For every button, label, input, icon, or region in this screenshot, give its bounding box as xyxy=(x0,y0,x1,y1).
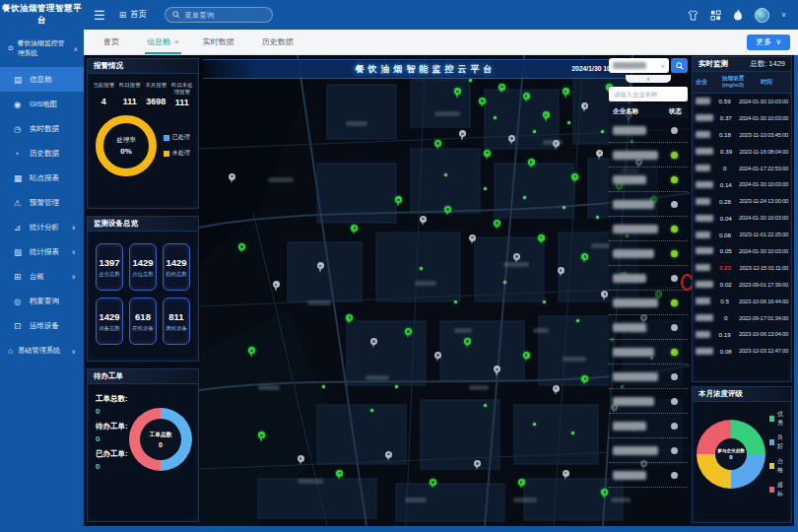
tab[interactable]: 信息舱 × xyxy=(135,30,191,54)
company-row[interactable] xyxy=(609,414,688,438)
map-pin-green[interactable] xyxy=(523,352,531,363)
map-pin-green[interactable] xyxy=(444,206,452,217)
map-pin-gray[interactable] xyxy=(469,234,477,245)
map-pin-green[interactable] xyxy=(258,432,266,442)
map-pin-gray[interactable] xyxy=(553,385,561,396)
company-row[interactable] xyxy=(609,340,688,365)
sidebar-item[interactable]: ⚠ 预警管理 xyxy=(0,190,84,215)
device-card[interactable]: 618 在线设备 xyxy=(129,298,157,345)
map-pin-gray[interactable] xyxy=(273,281,281,292)
realtime-row[interactable]: 0.02 2023-09-01 17:39:00 xyxy=(693,276,791,293)
company-row[interactable] xyxy=(609,389,688,414)
sidebar-item[interactable]: ▦ 站点报表 xyxy=(0,166,84,190)
company-row[interactable] xyxy=(609,118,688,143)
company-row[interactable] xyxy=(609,192,688,217)
map-pin-green[interactable] xyxy=(484,150,492,161)
company-row[interactable] xyxy=(609,365,688,389)
map-pin-gray[interactable] xyxy=(581,102,589,113)
map-pin-gray[interactable] xyxy=(459,130,467,141)
company-row[interactable] xyxy=(609,438,688,463)
company-row[interactable] xyxy=(609,217,688,241)
more-button[interactable]: 更多 ∨ xyxy=(747,34,790,50)
realtime-row[interactable]: 0.08 2023-12-03 12:47:00 xyxy=(693,343,791,360)
map-pin-green[interactable] xyxy=(581,253,589,264)
tab[interactable]: 实时数据 xyxy=(191,30,250,54)
collapse-handle[interactable]: ∧ xyxy=(626,75,671,83)
realtime-row[interactable]: 0.04 2024-01-30 10:03:00 xyxy=(693,210,791,227)
company-row[interactable] xyxy=(609,463,688,488)
map-pin-green[interactable] xyxy=(434,140,442,151)
realtime-row[interactable]: 0.08 2023-11-01 22:25:00 xyxy=(693,227,791,243)
map-pin-gray[interactable] xyxy=(494,366,501,376)
map-pin-green[interactable] xyxy=(543,111,551,122)
realtime-row[interactable]: 0.05 2024-01-30 10:03:00 xyxy=(693,243,791,260)
map-pin-gray[interactable] xyxy=(229,173,236,184)
device-card[interactable]: 1429 点位总数 xyxy=(129,243,157,291)
user-chevron-down-icon[interactable]: ∨ xyxy=(781,11,786,19)
company-search-button[interactable] xyxy=(671,58,688,73)
map-pin-gray[interactable] xyxy=(558,267,565,278)
map-pin-green[interactable] xyxy=(494,220,501,231)
breadcrumb[interactable]: ⊞ 首页 xyxy=(119,9,148,21)
map-pin-green[interactable] xyxy=(538,234,546,245)
tab[interactable]: 历史数据 xyxy=(250,30,309,54)
map-pin-green[interactable] xyxy=(395,196,403,207)
sidebar-item[interactable]: ⊞ 台账 ∨ xyxy=(0,264,84,289)
realtime-row[interactable]: 0.19 2023-10-06 13:04:00 xyxy=(693,326,791,343)
realtime-row[interactable]: 0.5 2023-10-06 16:44:00 xyxy=(693,293,791,309)
device-card[interactable]: 811 离线设备 xyxy=(163,298,190,345)
map-pin-gray[interactable] xyxy=(508,135,516,146)
map-pin-gray[interactable] xyxy=(434,352,442,363)
company-row[interactable] xyxy=(609,315,688,340)
hamburger-icon[interactable]: ☰ xyxy=(94,8,105,23)
sidebar-item[interactable]: ◷ 实时数据 xyxy=(0,116,84,141)
avatar[interactable] xyxy=(755,8,769,23)
map-pin-gray[interactable] xyxy=(317,262,325,273)
realtime-row[interactable]: 0 2024-01-17 22:53:00 xyxy=(693,160,791,176)
area-select[interactable]: ∨ xyxy=(609,58,669,73)
realtime-row[interactable]: 0.18 2023-11-10 03:45:00 xyxy=(693,126,791,143)
realtime-row[interactable]: 0.28 2023-11-24 13:00:00 xyxy=(693,193,791,210)
map-pin-gray[interactable] xyxy=(298,455,305,466)
sidebar-item[interactable]: ⊿ 统计分析 ∨ xyxy=(0,215,84,239)
map-pin-green[interactable] xyxy=(528,159,536,169)
theme-shirt-icon[interactable] xyxy=(688,10,698,21)
map-pin-gray[interactable] xyxy=(370,338,378,349)
flame-icon[interactable] xyxy=(733,9,743,21)
map-pin-gray[interactable] xyxy=(474,460,482,471)
tab[interactable]: 首页 xyxy=(92,30,135,54)
company-name-input[interactable] xyxy=(609,87,688,101)
map-pin-gray[interactable] xyxy=(596,150,604,161)
company-row[interactable] xyxy=(609,266,688,291)
company-row[interactable] xyxy=(609,291,688,315)
map-pin-green[interactable] xyxy=(581,375,589,386)
sidebar-item[interactable]: ▤ 信息舱 xyxy=(0,67,84,92)
map-pin-green[interactable] xyxy=(479,98,487,108)
map-pin-green[interactable] xyxy=(238,243,246,254)
map-pin-gray[interactable] xyxy=(420,216,428,227)
sidebar-item[interactable]: ▧ 统计报表 ∨ xyxy=(0,239,84,264)
map-pin-green[interactable] xyxy=(518,479,526,490)
map-pin-green[interactable] xyxy=(464,338,472,349)
map-pin-green[interactable] xyxy=(571,173,579,184)
map-pin-green[interactable] xyxy=(563,88,570,99)
map-pin-gray[interactable] xyxy=(385,451,393,462)
menu-search-input[interactable] xyxy=(184,11,263,20)
menu-search[interactable] xyxy=(165,7,273,23)
sidebar-system-header[interactable]: ⊙ 餐饮油烟监控管理系统 ∧ xyxy=(0,30,84,67)
tab-close-icon[interactable]: × xyxy=(174,37,179,46)
company-row[interactable] xyxy=(609,167,688,192)
sidebar-item[interactable]: ◎ 档案查询 xyxy=(0,289,84,313)
map-pin-green[interactable] xyxy=(336,470,344,481)
map-pin-green[interactable] xyxy=(248,347,256,358)
device-card[interactable]: 1429 机组总数 xyxy=(163,243,190,291)
map-pin-green[interactable] xyxy=(405,328,413,339)
map-pin-green[interactable] xyxy=(454,88,462,99)
realtime-row[interactable]: 0.37 2024-01-30 10:03:00 xyxy=(693,109,791,126)
realtime-row[interactable]: 0.39 2023-11-16 08:04:00 xyxy=(693,143,791,160)
sidebar-item[interactable]: ◉ GIS地图 xyxy=(0,92,84,116)
sidebar-item[interactable]: ⊡ 运维设备 xyxy=(0,313,84,338)
company-row[interactable] xyxy=(609,143,688,167)
realtime-row[interactable]: 2.23 2023-12-15 01:11:00 xyxy=(693,259,791,276)
map-pin-gray[interactable] xyxy=(563,470,570,481)
